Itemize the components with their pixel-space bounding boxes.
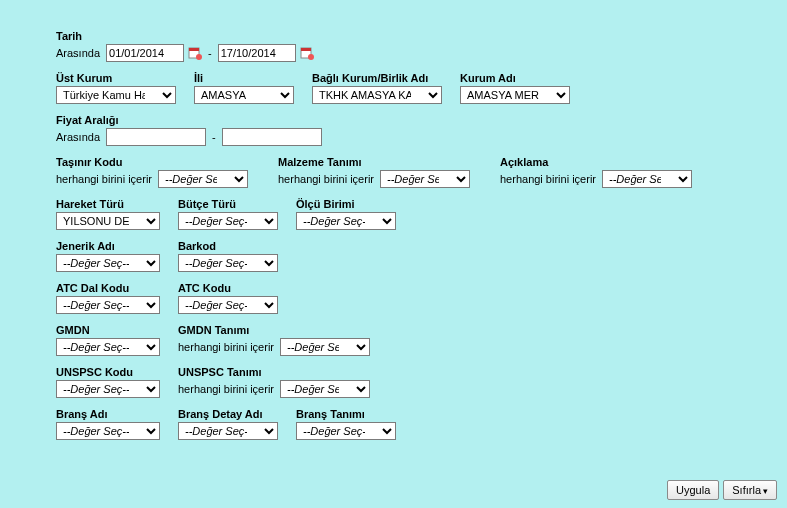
- gmdn-label: GMDN: [56, 324, 160, 336]
- fiyat-to-input[interactable]: [222, 128, 322, 146]
- gmdntanimi-select[interactable]: --Değer Seç--: [280, 338, 370, 356]
- malzeme-label: Malzeme Tanımı: [278, 156, 470, 168]
- date-from-input[interactable]: [106, 44, 184, 62]
- dash-separator: -: [212, 131, 216, 143]
- unspsctanimi-label: UNSPSC Tanımı: [178, 366, 370, 378]
- bransadi-label: Branş Adı: [56, 408, 160, 420]
- jenerik-select[interactable]: --Değer Seç--: [56, 254, 160, 272]
- ili-label: İli: [194, 72, 294, 84]
- gmdn-select[interactable]: --Değer Seç--: [56, 338, 160, 356]
- bagli-label: Bağlı Kurum/Birlik Adı: [312, 72, 442, 84]
- jenerik-label: Jenerik Adı: [56, 240, 160, 252]
- malzeme-select[interactable]: --Değer Seç--: [380, 170, 470, 188]
- atckodu-label: ATC Kodu: [178, 282, 278, 294]
- tasinir-select[interactable]: --Değer Seç--: [158, 170, 248, 188]
- bagli-select[interactable]: TKHK AMASYA KAML: [312, 86, 442, 104]
- bransdetay-select[interactable]: --Değer Seç--: [178, 422, 278, 440]
- calendar-icon[interactable]: [188, 46, 202, 60]
- filter-panel: Tarih Arasında - Üst Kurum Türkiye Kamu …: [0, 0, 787, 508]
- barkod-select[interactable]: --Değer Seç--: [178, 254, 278, 272]
- svg-point-2: [196, 54, 202, 60]
- uygula-button[interactable]: Uygula: [667, 480, 719, 500]
- hareket-select[interactable]: YILSONU DEVRİ: [56, 212, 160, 230]
- kurumadi-label: Kurum Adı: [460, 72, 570, 84]
- tarih-label: Tarih: [56, 30, 314, 42]
- svg-rect-1: [189, 48, 199, 51]
- unspsckodu-label: UNSPSC Kodu: [56, 366, 160, 378]
- atcdal-select[interactable]: --Değer Seç--: [56, 296, 160, 314]
- sifirla-button[interactable]: Sıfırla▾: [723, 480, 777, 500]
- contains-label: herhangi birini içerir: [500, 173, 596, 185]
- date-to-input[interactable]: [218, 44, 296, 62]
- olcu-select[interactable]: --Değer Seç--: [296, 212, 396, 230]
- aciklama-select[interactable]: --Değer Seç--: [602, 170, 692, 188]
- olcu-label: Ölçü Birimi: [296, 198, 396, 210]
- ustkurum-select[interactable]: Türkiye Kamu Hastar: [56, 86, 176, 104]
- branstanimi-label: Branş Tanımı: [296, 408, 396, 420]
- ustkurum-label: Üst Kurum: [56, 72, 176, 84]
- fiyat-arasinda-label: Arasında: [56, 131, 100, 143]
- unspsctanimi-select[interactable]: --Değer Seç--: [280, 380, 370, 398]
- kurumadi-select[interactable]: AMASYA MERZİF: [460, 86, 570, 104]
- svg-point-5: [308, 54, 314, 60]
- hareket-label: Hareket Türü: [56, 198, 160, 210]
- fiyat-from-input[interactable]: [106, 128, 206, 146]
- branstanimi-select[interactable]: --Değer Seç--: [296, 422, 396, 440]
- contains-label: herhangi birini içerir: [56, 173, 152, 185]
- atcdal-label: ATC Dal Kodu: [56, 282, 160, 294]
- bransdetay-label: Branş Detay Adı: [178, 408, 278, 420]
- tasinir-label: Taşınır Kodu: [56, 156, 248, 168]
- ili-select[interactable]: AMASYA: [194, 86, 294, 104]
- fiyat-label: Fiyat Aralığı: [56, 114, 322, 126]
- barkod-label: Barkod: [178, 240, 278, 252]
- contains-label: herhangi birini içerir: [178, 341, 274, 353]
- calendar-icon[interactable]: [300, 46, 314, 60]
- unspsckodu-select[interactable]: --Değer Seç--: [56, 380, 160, 398]
- butce-label: Bütçe Türü: [178, 198, 278, 210]
- gmdntanimi-label: GMDN Tanımı: [178, 324, 370, 336]
- contains-label: herhangi birini içerir: [278, 173, 374, 185]
- bransadi-select[interactable]: --Değer Seç--: [56, 422, 160, 440]
- svg-rect-4: [301, 48, 311, 51]
- dash-separator: -: [208, 47, 212, 59]
- aciklama-label: Açıklama: [500, 156, 692, 168]
- butce-select[interactable]: --Değer Seç--: [178, 212, 278, 230]
- arasinda-label: Arasında: [56, 47, 100, 59]
- atckodu-select[interactable]: --Değer Seç--: [178, 296, 278, 314]
- contains-label: herhangi birini içerir: [178, 383, 274, 395]
- chevron-down-icon: ▾: [763, 486, 768, 496]
